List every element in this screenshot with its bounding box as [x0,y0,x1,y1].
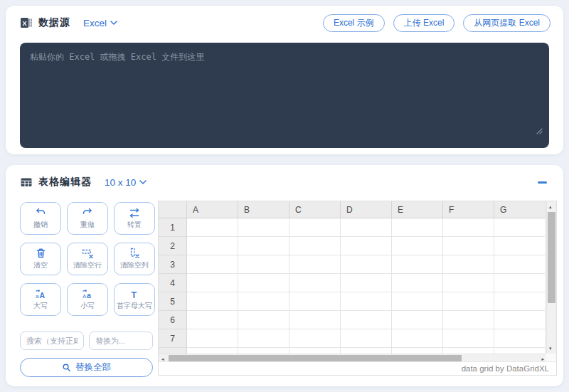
grid-cell-G2[interactable] [494,237,546,255]
grid-vertical-scrollbar[interactable]: ▴ ▾ [546,201,556,354]
grid-cell-C4[interactable] [289,274,341,292]
grid-cell-C1[interactable] [289,218,341,237]
row-header-7[interactable]: 7 [159,329,187,348]
grid-cell-A5[interactable] [187,292,238,311]
grid-cell-D8[interactable] [341,348,392,354]
tool-capitalize-button[interactable]: T首字母大写 [114,283,155,316]
grid-cell-F5[interactable] [443,292,494,311]
row-header-1[interactable]: 1 [159,218,187,237]
grid-cell-E4[interactable] [392,274,443,292]
grid-corner-cell[interactable] [159,201,187,218]
tool-remove-empty-cols-button[interactable]: 清除空列 [114,243,155,275]
tool-clear-button[interactable]: 清空 [20,243,61,275]
datasource-action-button-0[interactable]: Excel 示例 [323,14,385,32]
grid-cell-C2[interactable] [289,237,341,255]
grid-cell-E1[interactable] [392,218,443,237]
grid-cell-C8[interactable] [289,348,341,354]
tool-lowercase-button[interactable]: Aa小写 [67,283,108,316]
column-header-A[interactable]: A [187,201,238,218]
grid-cell-D7[interactable] [341,329,392,348]
grid-cell-C7[interactable] [289,329,341,348]
data-grid[interactable]: ABCDEFG 12345678 ▴ ▾ ◂ ▸ data grid by Da… [158,201,557,376]
tool-label: 重做 [80,220,95,230]
grid-cell-E8[interactable] [392,348,443,354]
grid-cell-F2[interactable] [443,237,494,255]
column-header-G[interactable]: G [494,201,546,218]
grid-cell-G3[interactable] [494,255,546,274]
tool-transpose-button[interactable]: 转置 [114,202,155,235]
collapse-editor-button[interactable] [533,174,551,191]
grid-cell-D2[interactable] [341,237,392,255]
search-input[interactable] [20,332,84,350]
grid-cell-A7[interactable] [187,329,238,348]
column-header-B[interactable]: B [238,201,289,218]
datasource-action-button-2[interactable]: 从网页提取 Excel [463,14,551,32]
grid-cell-A6[interactable] [187,311,238,329]
grid-cell-D4[interactable] [341,274,392,292]
grid-cell-F8[interactable] [443,348,494,354]
grid-cell-B1[interactable] [238,218,289,237]
grid-cell-D3[interactable] [341,255,392,274]
grid-cell-B3[interactable] [238,255,289,274]
grid-cell-A4[interactable] [187,274,238,292]
column-header-C[interactable]: C [289,201,341,218]
grid-cell-G8[interactable] [494,348,546,354]
grid-size-select[interactable]: 10 x 10 [105,177,147,188]
row-header-3[interactable]: 3 [159,255,187,274]
scroll-down-arrow[interactable]: ▾ [549,346,552,351]
scroll-left-arrow[interactable]: ◂ [161,356,164,361]
source-type-select[interactable]: Excel [83,18,117,28]
tool-redo-button[interactable]: 重做 [67,202,108,235]
grid-cell-G7[interactable] [494,329,546,348]
grid-cell-A3[interactable] [187,255,238,274]
replace-all-button[interactable]: 替换全部 [20,358,153,377]
grid-cell-G5[interactable] [494,292,546,311]
scroll-right-arrow[interactable]: ▸ [541,356,544,361]
datasource-action-label: Excel 示例 [334,17,374,29]
vertical-scroll-thumb[interactable] [548,212,555,303]
replace-input[interactable] [89,332,153,350]
grid-cell-F4[interactable] [443,274,494,292]
grid-cell-A8[interactable] [187,348,238,354]
grid-cell-E6[interactable] [392,311,443,329]
scroll-up-arrow[interactable]: ▴ [549,204,552,209]
grid-cell-B7[interactable] [238,329,289,348]
excel-paste-textarea[interactable] [20,43,549,148]
grid-cell-B2[interactable] [238,237,289,255]
datasource-action-button-1[interactable]: 上传 Excel [393,14,455,32]
grid-cell-B4[interactable] [238,274,289,292]
grid-cell-C3[interactable] [289,255,341,274]
grid-cell-F3[interactable] [443,255,494,274]
grid-cell-F1[interactable] [443,218,494,237]
tool-uppercase-button[interactable]: aA大写 [20,283,61,316]
grid-cell-G6[interactable] [494,311,546,329]
row-header-5[interactable]: 5 [159,292,187,311]
row-header-4[interactable]: 4 [159,274,187,292]
grid-cell-A2[interactable] [187,237,238,255]
tool-remove-empty-rows-button[interactable]: 清除空行 [67,243,108,275]
column-header-D[interactable]: D [341,201,392,218]
grid-cell-B5[interactable] [238,292,289,311]
row-header-6[interactable]: 6 [159,311,187,329]
tool-undo-button[interactable]: 撤销 [20,202,61,235]
grid-cell-D6[interactable] [341,311,392,329]
grid-cell-E7[interactable] [392,329,443,348]
grid-cell-B8[interactable] [238,348,289,354]
row-header-8[interactable]: 8 [159,348,187,354]
grid-cell-E3[interactable] [392,255,443,274]
grid-cell-E2[interactable] [392,237,443,255]
grid-cell-C6[interactable] [289,311,341,329]
grid-cell-F7[interactable] [443,329,494,348]
grid-cell-C5[interactable] [289,292,341,311]
row-header-2[interactable]: 2 [159,237,187,255]
grid-cell-G1[interactable] [494,218,546,237]
grid-cell-D5[interactable] [341,292,392,311]
grid-cell-E5[interactable] [392,292,443,311]
grid-cell-F6[interactable] [443,311,494,329]
grid-cell-A1[interactable] [187,218,238,237]
grid-cell-D1[interactable] [341,218,392,237]
grid-cell-B6[interactable] [238,311,289,329]
column-header-E[interactable]: E [392,201,443,218]
grid-cell-G4[interactable] [494,274,546,292]
column-header-F[interactable]: F [443,201,494,218]
